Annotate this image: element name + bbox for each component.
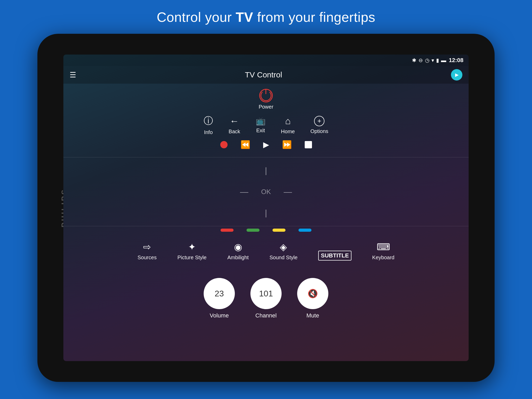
mute-circle: 🔇 xyxy=(297,278,328,309)
status-time: 12:08 xyxy=(449,57,463,64)
vcm-row: 23 Volume 101 Channel 🔇 Mute xyxy=(63,278,469,319)
ambilight-button[interactable]: ◉ Ambilight xyxy=(227,242,249,261)
rewind-button[interactable]: ⏪ xyxy=(241,140,250,149)
menu-button[interactable]: ☰ xyxy=(70,71,76,79)
picture-style-icon: ✦ xyxy=(188,242,196,252)
alarm-icon: ◷ xyxy=(425,57,429,63)
cast-button[interactable] xyxy=(451,69,462,81)
picture-style-label: Picture Style xyxy=(177,255,207,261)
dpad-area: | — OK — | xyxy=(63,157,469,226)
back-button[interactable]: ← Back xyxy=(229,116,240,135)
function-row: ⇨ Sources ✦ Picture Style ◉ Ambilight ◈ … xyxy=(63,242,469,261)
options-icon: + xyxy=(314,116,324,126)
back-icon: ← xyxy=(230,116,239,127)
exit-button[interactable]: 📺 Exit xyxy=(256,116,265,134)
channel-value: 101 xyxy=(259,289,273,298)
ambilight-label: Ambilight xyxy=(227,255,249,261)
stop-button[interactable] xyxy=(305,141,312,148)
sound-style-button[interactable]: ◈ Sound Style xyxy=(269,242,297,261)
signal-icon: ▮ xyxy=(436,57,439,63)
channel-button[interactable]: 101 Channel xyxy=(250,278,282,319)
controls-top: Power ⓘ Info ← Back 📺 Exit ⌂ Home xyxy=(63,84,469,152)
volume-label: Volume xyxy=(210,312,229,319)
play-button[interactable]: ▶ xyxy=(263,140,269,149)
subtitle-button[interactable]: SUBTITLE xyxy=(318,251,351,261)
tablet-screen: ✱ ⊖ ◷ ▾ ▮ ▬ 12:08 ☰ TV Control Power xyxy=(63,55,469,361)
keyboard-label: Keyboard xyxy=(372,255,395,261)
dpad-ok-button[interactable]: OK xyxy=(261,188,271,196)
info-icon: ⓘ xyxy=(204,115,213,127)
dpad-right-button[interactable]: — xyxy=(284,187,292,196)
back-label: Back xyxy=(229,129,240,135)
options-button[interactable]: + Options xyxy=(310,116,328,134)
green-button[interactable] xyxy=(247,229,260,232)
home-button[interactable]: ⌂ Home xyxy=(281,116,295,135)
sound-style-icon: ◈ xyxy=(280,242,287,252)
color-buttons-row xyxy=(63,229,469,232)
power-button[interactable]: Power xyxy=(259,89,274,110)
headline-suffix: from your fingertips xyxy=(253,10,375,25)
dpad: | — OK — | xyxy=(240,166,292,218)
mute-label: Mute xyxy=(307,312,319,319)
action-row: ⓘ Info ← Back 📺 Exit ⌂ Home + Options xyxy=(204,115,328,135)
ambilight-icon: ◉ xyxy=(234,242,242,252)
app-bar: ☰ TV Control xyxy=(63,66,469,84)
channel-label: Channel xyxy=(255,312,277,319)
sources-icon: ⇨ xyxy=(143,242,151,252)
mute-icon: 🔇 xyxy=(308,289,318,298)
fast-forward-button[interactable]: ⏩ xyxy=(282,140,292,149)
volume-value: 23 xyxy=(215,289,224,298)
volume-circle: 23 xyxy=(204,278,235,309)
headline-prefix: Control your xyxy=(157,10,236,25)
volume-button[interactable]: 23 Volume xyxy=(204,278,235,319)
battery-icon: ▬ xyxy=(441,57,446,63)
bluetooth-icon: ✱ xyxy=(412,57,416,63)
keyboard-icon: ⌨ xyxy=(377,242,390,252)
yellow-button[interactable] xyxy=(272,229,285,232)
exit-label: Exit xyxy=(256,128,265,134)
power-icon xyxy=(259,89,273,102)
channel-circle: 101 xyxy=(250,278,282,309)
blue-button[interactable] xyxy=(298,229,311,232)
status-icons: ✱ ⊖ ◷ ▾ ▮ ▬ xyxy=(412,57,446,63)
status-bar: ✱ ⊖ ◷ ▾ ▮ ▬ 12:08 xyxy=(63,55,469,66)
home-label: Home xyxy=(281,129,295,135)
tablet-frame: PHILIPS ✱ ⊖ ◷ ▾ ▮ ▬ 12:08 ☰ TV Control xyxy=(37,34,495,382)
power-label: Power xyxy=(259,104,274,110)
sources-button[interactable]: ⇨ Sources xyxy=(138,242,157,261)
exit-icon: 📺 xyxy=(256,116,265,125)
dpad-left-button[interactable]: — xyxy=(240,187,248,196)
options-label: Options xyxy=(310,128,328,134)
sound-style-label: Sound Style xyxy=(269,255,297,261)
battery-alert-icon: ⊖ xyxy=(418,57,423,63)
home-icon: ⌂ xyxy=(285,116,291,127)
info-label: Info xyxy=(204,129,212,135)
red-button[interactable] xyxy=(221,229,234,232)
record-button[interactable] xyxy=(220,141,228,148)
headline: Control your TV from your fingertips xyxy=(0,0,532,25)
headline-bold: TV xyxy=(236,10,253,25)
app-title: TV Control xyxy=(245,70,282,79)
dpad-up-button[interactable]: | xyxy=(265,166,267,175)
wifi-icon: ▾ xyxy=(431,57,434,63)
divider-bottom xyxy=(63,226,469,226)
dpad-down-button[interactable]: | xyxy=(265,208,267,218)
mute-button[interactable]: 🔇 Mute xyxy=(297,278,328,319)
picture-style-button[interactable]: ✦ Picture Style xyxy=(177,242,207,261)
subtitle-icon: SUBTITLE xyxy=(318,251,351,261)
info-button[interactable]: ⓘ Info xyxy=(204,115,213,135)
sources-label: Sources xyxy=(138,255,157,261)
media-controls-row: ⏪ ▶ ⏩ xyxy=(220,140,312,149)
keyboard-button[interactable]: ⌨ Keyboard xyxy=(372,242,395,261)
